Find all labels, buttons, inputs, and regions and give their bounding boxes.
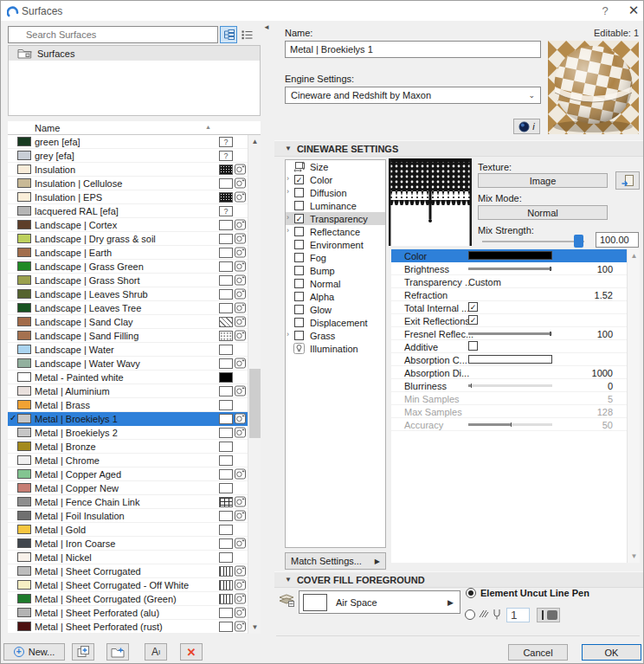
expand-chevron-icon[interactable]: › — [287, 174, 289, 183]
channel-checkbox[interactable] — [294, 201, 304, 210]
expand-chevron-icon[interactable]: › — [287, 226, 289, 235]
surface-fill-badge[interactable] — [219, 608, 233, 618]
param-row-blurriness[interactable]: Blurriness0 — [391, 379, 627, 392]
radio-unselected-icon[interactable] — [465, 609, 475, 620]
param-row-max-samples[interactable]: Max Samples128 — [391, 405, 627, 418]
surface-fill-badge[interactable] — [219, 303, 233, 313]
channel-bump[interactable]: Bump — [286, 264, 385, 277]
channel-glow[interactable]: Glow — [286, 303, 385, 316]
expand-chevron-icon[interactable]: › — [287, 187, 289, 196]
channel-size[interactable]: Size — [286, 160, 385, 173]
param-row-absorption-di[interactable]: Absorption Di...1000 — [391, 366, 627, 379]
channel-environment[interactable]: Environment — [286, 238, 385, 251]
surface-fill-badge[interactable] — [219, 483, 233, 493]
surface-row[interactable]: Metal | Brass — [8, 398, 248, 412]
surface-row[interactable]: Metal | Gold — [8, 523, 248, 537]
surface-row[interactable]: Landscape | Grass Green — [8, 260, 248, 274]
surface-fill-badge[interactable] — [219, 497, 233, 507]
surface-row[interactable]: Insulation | EPS — [8, 190, 248, 204]
surface-fill-badge[interactable] — [219, 580, 233, 590]
surface-row[interactable]: green [efa]? — [8, 135, 248, 149]
param-row-exit-reflections[interactable]: Exit Reflections✓ — [391, 314, 627, 327]
surface-fill-badge[interactable] — [219, 414, 233, 424]
param-slider[interactable] — [468, 423, 552, 426]
engine-settings-select[interactable]: Cineware and Redshift by Maxon ⌄ — [285, 87, 541, 104]
param-color-swatch[interactable] — [468, 251, 552, 260]
channel-checkbox[interactable] — [294, 266, 304, 275]
pen-number-input[interactable] — [506, 608, 530, 622]
channel-transparency[interactable]: ›✓Transparency — [286, 212, 385, 225]
channel-illumination[interactable]: Illumination — [286, 342, 385, 355]
scroll-down-icon[interactable]: ▼ — [248, 621, 261, 634]
surface-row[interactable]: Metal | Fence Chain Link — [8, 495, 248, 509]
slider-handle[interactable] — [574, 235, 583, 248]
surface-fill-badge[interactable] — [219, 234, 233, 244]
param-slider[interactable] — [468, 384, 552, 387]
channel-grass[interactable]: ›Grass — [286, 329, 385, 342]
cover-fill-select[interactable]: Air Space ▶ — [299, 590, 460, 614]
surface-fill-badge[interactable] — [219, 331, 233, 341]
channel-luminance[interactable]: Luminance — [286, 199, 385, 212]
surface-fill-badge[interactable]: ? — [219, 151, 233, 161]
column-header-name[interactable]: Name — [35, 123, 60, 133]
surface-row[interactable]: Insulation | Cellulose — [8, 177, 248, 190]
cover-fill-header[interactable]: ▼ COVER FILL FOREGROUND — [274, 571, 644, 588]
surface-row[interactable]: Metal | Sheet Corrugated - Off White — [8, 578, 248, 592]
new-surface-button[interactable]: + New... — [3, 643, 65, 661]
texture-thumbnail[interactable] — [389, 158, 472, 246]
param-slider[interactable] — [468, 332, 552, 335]
duplicate-surface-button[interactable] — [72, 643, 94, 661]
surface-fill-badge[interactable] — [219, 455, 233, 466]
surface-row[interactable]: Metal | Sheet Perforated (rust) — [8, 620, 248, 634]
mix-strength-slider[interactable] — [482, 235, 586, 248]
param-row-transparency[interactable]: Transparency ...Custom — [391, 275, 627, 288]
surface-fill-badge[interactable] — [219, 248, 233, 258]
parameters-scrollbar[interactable]: ▲ ▼ — [627, 249, 640, 563]
uncut-line-pen-option[interactable]: Element Uncut Line Pen — [466, 588, 589, 598]
channel-color[interactable]: ›✓Color — [286, 173, 385, 186]
surface-fill-badge[interactable] — [219, 289, 233, 300]
param-row-min-samples[interactable]: Min Samples5 — [391, 392, 627, 405]
surface-row[interactable]: Metal | Copper New — [8, 481, 248, 495]
surface-fill-badge[interactable] — [219, 345, 233, 355]
surface-row[interactable]: Landscape | Sand Filling — [8, 329, 248, 343]
surface-list-scrollbar[interactable]: ▲ ▼ — [248, 135, 261, 634]
material-preview[interactable] — [548, 41, 639, 134]
param-checkbox[interactable]: ✓ — [468, 315, 478, 325]
surface-row[interactable]: Landscape | Earth — [8, 246, 248, 260]
surface-row[interactable]: Metal | Iron Coarse — [8, 537, 248, 551]
surface-name-input[interactable] — [285, 41, 541, 58]
channel-checkbox[interactable] — [294, 253, 304, 262]
surface-fill-badge[interactable] — [219, 317, 233, 327]
param-row-accuracy[interactable]: Accuracy50 — [391, 418, 627, 431]
param-row-refraction[interactable]: Refraction1.52 — [391, 288, 627, 301]
surface-fill-badge[interactable] — [219, 469, 233, 480]
surface-row[interactable]: Landscape | Leaves Shrub — [8, 287, 248, 301]
cancel-button[interactable]: Cancel — [508, 644, 568, 661]
cineware-settings-header[interactable]: ▼ CINEWARE SETTINGS — [274, 140, 644, 157]
cinema4d-info-button[interactable]: i — [513, 119, 540, 134]
match-settings-button[interactable]: Match Settings... ▶ — [285, 552, 386, 570]
param-row-fresnel-reflec[interactable]: Fresnel Reflec...100 — [391, 327, 627, 340]
surface-fill-badge[interactable] — [219, 552, 233, 563]
surface-fill-badge[interactable] — [219, 261, 233, 272]
param-row-color[interactable]: Color — [391, 249, 627, 262]
surface-fill-badge[interactable] — [219, 400, 233, 410]
channel-displacement[interactable]: Displacement — [286, 316, 385, 329]
surface-row[interactable]: Metal | Broekielys 2 — [8, 426, 248, 440]
flat-list-toggle[interactable] — [239, 26, 254, 43]
surface-fill-badge[interactable] — [219, 428, 233, 438]
pen-color-button[interactable] — [537, 608, 560, 622]
surface-row[interactable]: Insulation — [8, 163, 248, 177]
param-row-total-internal[interactable]: Total Internal ...✓ — [391, 301, 627, 314]
expand-chevron-icon[interactable]: › — [287, 330, 289, 338]
param-row-additive[interactable]: Additive — [391, 340, 627, 353]
surface-row[interactable]: Metal | Nickel — [8, 551, 248, 564]
channel-checkbox[interactable] — [294, 305, 304, 314]
mix-mode-button[interactable]: Normal — [478, 205, 608, 220]
channel-checkbox[interactable]: ✓ — [294, 175, 304, 184]
surface-fill-badge[interactable] — [219, 511, 233, 521]
folder-root-surfaces[interactable]: Surfaces — [9, 46, 260, 61]
delete-button[interactable]: ✕ — [180, 643, 203, 661]
surface-row[interactable]: Landscape | Water Wavy — [8, 357, 248, 371]
